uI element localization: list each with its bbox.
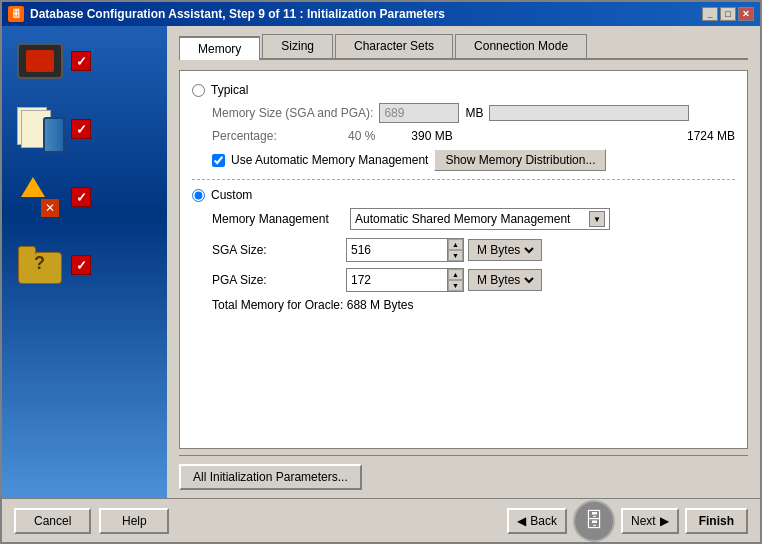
total-memory-label: Total Memory for Oracle: <box>212 298 343 312</box>
right-panel: Memory Sizing Character Sets Connection … <box>167 26 760 498</box>
total-memory-row: Total Memory for Oracle: 688 M Bytes <box>212 298 735 312</box>
pga-unit-select[interactable]: M Bytes G Bytes <box>473 272 537 288</box>
memory-size-unit: MB <box>465 106 483 120</box>
sga-unit-select[interactable]: M Bytes G Bytes <box>473 242 537 258</box>
footer: Cancel Help ◀ Back 🗄 Next ▶ Finish <box>2 498 760 542</box>
memory-size-input[interactable] <box>379 103 459 123</box>
show-distribution-button[interactable]: Show Memory Distribution... <box>434 149 606 171</box>
pga-spin-down[interactable]: ▼ <box>448 280 463 291</box>
tab-content-memory: Typical Memory Size (SGA and PGA): MB Pe… <box>179 70 748 449</box>
pga-spin-buttons: ▲ ▼ <box>447 269 463 291</box>
typical-radio-row: Typical <box>192 83 735 97</box>
main-window: 🗄 Database Configuration Assistant, Step… <box>0 0 762 544</box>
window-title: Database Configuration Assistant, Step 9… <box>30 7 702 21</box>
sga-spinner: ▲ ▼ <box>346 238 464 262</box>
memory-mgmt-label: Memory Management <box>212 212 342 226</box>
tab-bar: Memory Sizing Character Sets Connection … <box>179 34 748 60</box>
back-label: Back <box>530 514 557 528</box>
range-min: 390 MB <box>411 129 452 143</box>
list-item: ✓ <box>12 36 157 86</box>
memory-mgmt-dropdown[interactable]: Automatic Shared Memory Management Manua… <box>350 208 610 230</box>
range-max: 1724 MB <box>687 129 735 143</box>
sga-unit-dropdown[interactable]: M Bytes G Bytes <box>468 239 542 261</box>
check-mark-2: ✓ <box>71 119 91 139</box>
sga-spin-buttons: ▲ ▼ <box>447 239 463 261</box>
percentage-value: 40 % <box>348 129 375 143</box>
folder-icon: ? <box>12 240 67 290</box>
list-item: ? ✓ <box>12 240 157 290</box>
pga-spinner: ▲ ▼ <box>346 268 464 292</box>
footer-right-buttons: ◀ Back 🗄 Next ▶ Finish <box>507 500 748 542</box>
tab-memory[interactable]: Memory <box>179 36 260 60</box>
custom-radio-row: Custom <box>192 188 735 202</box>
next-arrow-icon: ▶ <box>660 514 669 528</box>
check-mark-4: ✓ <box>71 255 91 275</box>
percentage-label: Percentage: <box>212 129 342 143</box>
close-button[interactable]: ✕ <box>738 7 754 21</box>
app-icon: 🗄 <box>8 6 24 22</box>
next-label: Next <box>631 514 656 528</box>
list-item: ✕ ✓ <box>12 172 157 222</box>
next-button[interactable]: Next ▶ <box>621 508 679 534</box>
auto-memory-label: Use Automatic Memory Management <box>231 153 428 167</box>
shapes-icon: ✕ <box>12 172 67 222</box>
chip-icon <box>12 36 67 86</box>
percentage-row: Percentage: 40 % 390 MB 1724 MB <box>212 129 735 143</box>
bottom-section: All Initialization Parameters... <box>179 455 748 490</box>
dropdown-arrow-icon: ▼ <box>589 211 605 227</box>
sga-spin-up[interactable]: ▲ <box>448 239 463 250</box>
custom-label: Custom <box>211 188 252 202</box>
cancel-button[interactable]: Cancel <box>14 508 91 534</box>
tab-character-sets[interactable]: Character Sets <box>335 34 453 58</box>
memory-mgmt-row: Memory Management Automatic Shared Memor… <box>212 208 735 230</box>
back-arrow-icon: ◀ <box>517 514 526 528</box>
back-button[interactable]: ◀ Back <box>507 508 567 534</box>
chip-graphic <box>17 43 63 79</box>
pga-label: PGA Size: <box>212 273 342 287</box>
memory-slider[interactable] <box>489 105 689 121</box>
footer-left-buttons: Cancel Help <box>14 508 169 534</box>
check-mark-3: ✓ <box>71 187 91 207</box>
finish-button[interactable]: Finish <box>685 508 748 534</box>
memory-size-row: Memory Size (SGA and PGA): MB <box>212 103 735 123</box>
auto-memory-checkbox[interactable] <box>212 154 225 167</box>
pga-unit-dropdown[interactable]: M Bytes G Bytes <box>468 269 542 291</box>
all-init-params-button[interactable]: All Initialization Parameters... <box>179 464 362 490</box>
typical-radio[interactable] <box>192 84 205 97</box>
pga-input[interactable] <box>347 269 447 291</box>
minimize-button[interactable]: _ <box>702 7 718 21</box>
main-content: ✓ ✓ ✕ <box>2 26 760 498</box>
pga-size-row: PGA Size: ▲ ▼ M Bytes G Bytes <box>212 268 735 292</box>
sga-size-row: SGA Size: ▲ ▼ M Bytes G Bytes <box>212 238 735 262</box>
left-panel: ✓ ✓ ✕ <box>2 26 167 498</box>
check-mark-1: ✓ <box>71 51 91 71</box>
total-memory-value: 688 M Bytes <box>347 298 414 312</box>
auto-memory-row: Use Automatic Memory Management Show Mem… <box>212 149 735 171</box>
memory-size-label: Memory Size (SGA and PGA): <box>212 106 373 120</box>
tab-sizing[interactable]: Sizing <box>262 34 333 58</box>
sga-input[interactable] <box>347 239 447 261</box>
tab-connection-mode[interactable]: Connection Mode <box>455 34 587 58</box>
section-divider <box>192 179 735 180</box>
custom-radio[interactable] <box>192 189 205 202</box>
sga-spin-down[interactable]: ▼ <box>448 250 463 261</box>
list-item: ✓ <box>12 104 157 154</box>
title-bar: 🗄 Database Configuration Assistant, Step… <box>2 2 760 26</box>
pga-spin-up[interactable]: ▲ <box>448 269 463 280</box>
window-controls: _ □ ✕ <box>702 7 754 21</box>
docs-icon <box>12 104 67 154</box>
typical-label: Typical <box>211 83 248 97</box>
maximize-button[interactable]: □ <box>720 7 736 21</box>
memory-mgmt-select[interactable]: Automatic Shared Memory Management Manua… <box>355 212 605 226</box>
help-button[interactable]: Help <box>99 508 169 534</box>
wizard-logo: 🗄 <box>573 500 615 542</box>
sga-label: SGA Size: <box>212 243 342 257</box>
